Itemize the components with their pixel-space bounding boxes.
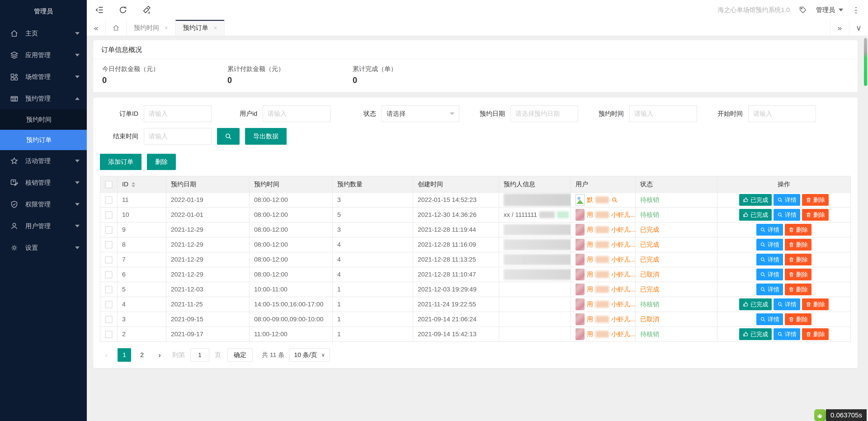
orders-card: 订单ID 用户id 状态 请选择 预约日期 预约时间: [93, 98, 858, 368]
goto-page-input[interactable]: [190, 348, 209, 362]
detail-button[interactable]: 详情: [774, 298, 800, 310]
page-1-button[interactable]: 1: [118, 348, 131, 362]
complete-button[interactable]: 已完成: [739, 194, 772, 206]
clear-cache-brush-icon[interactable]: [142, 5, 151, 14]
avatar: [576, 328, 585, 340]
sidebar-item-booking-time[interactable]: 预约时间: [0, 110, 87, 130]
chevron-down-icon: [75, 246, 80, 249]
goto-confirm-button[interactable]: 确定: [227, 348, 253, 362]
row-checkbox[interactable]: [105, 316, 112, 323]
close-icon[interactable]: ×: [214, 24, 217, 31]
end-time-input[interactable]: [144, 128, 212, 145]
table-toolbar: 添加订单 删除: [100, 154, 851, 170]
search-button[interactable]: [217, 128, 240, 145]
chevron-down-icon: [75, 76, 80, 78]
sidebar-item-users[interactable]: 用户管理: [0, 215, 87, 237]
select-all-checkbox[interactable]: [105, 181, 112, 188]
order-id-input[interactable]: [144, 106, 212, 122]
scrollbar-thumb[interactable]: [864, 38, 867, 86]
home-tab[interactable]: [106, 20, 127, 36]
remove-button[interactable]: 删除: [785, 283, 811, 295]
row-checkbox[interactable]: [105, 226, 112, 234]
next-page-button[interactable]: ›: [153, 348, 166, 362]
remove-button[interactable]: 删除: [802, 194, 829, 206]
status-select[interactable]: 请选择: [381, 106, 459, 122]
remove-button[interactable]: 删除: [802, 209, 829, 221]
col-id[interactable]: ID: [117, 176, 166, 192]
sidebar-item-label: 权限管理: [25, 200, 75, 209]
tabs-scroll-right[interactable]: »: [830, 20, 849, 36]
sidebar-item-label: 主页: [25, 29, 75, 38]
complete-button[interactable]: 已完成: [739, 209, 772, 221]
detail-button[interactable]: 详情: [756, 313, 783, 325]
zoom-icon[interactable]: [611, 197, 618, 203]
system-name: 海之心单场馆预约系统1.0: [718, 6, 790, 14]
detail-button[interactable]: 详情: [774, 194, 800, 206]
row-checkbox[interactable]: [105, 301, 112, 308]
row-checkbox[interactable]: [105, 241, 112, 248]
more-menu-icon[interactable]: ⋮: [852, 6, 860, 14]
add-order-button[interactable]: 添加订单: [100, 154, 142, 170]
detail-button[interactable]: 详情: [756, 283, 783, 295]
collapse-sidebar-icon[interactable]: [95, 5, 104, 14]
remove-button[interactable]: 删除: [802, 328, 829, 340]
sidebar-item-booking-orders[interactable]: 预约订单: [0, 130, 87, 150]
avatar: [576, 283, 585, 295]
sidebar-item-permissions[interactable]: 权限管理: [0, 193, 87, 215]
start-time-input[interactable]: [748, 106, 816, 122]
user-menu[interactable]: 管理员: [816, 6, 843, 14]
export-button[interactable]: 导出数据: [245, 128, 287, 145]
user-id-input[interactable]: [263, 106, 331, 122]
per-page-select[interactable]: 10 条/页 ∨: [289, 348, 330, 362]
sidebar-item-verification[interactable]: 核销管理: [0, 172, 87, 193]
sidebar-item-activities[interactable]: 活动管理: [0, 150, 87, 172]
user-icon: [10, 222, 19, 231]
remove-button[interactable]: 删除: [802, 298, 829, 310]
delete-button[interactable]: 删除: [147, 154, 176, 170]
close-icon[interactable]: ×: [164, 24, 168, 31]
detail-button[interactable]: 详情: [774, 328, 800, 340]
detail-button[interactable]: 详情: [756, 224, 783, 236]
tabs-scroll-left[interactable]: «: [87, 20, 106, 36]
detail-button[interactable]: 详情: [756, 254, 783, 266]
note-pen-icon: [10, 178, 19, 187]
book-time-input[interactable]: [629, 106, 697, 122]
remove-button[interactable]: 删除: [785, 269, 811, 280]
remove-button[interactable]: 删除: [785, 239, 811, 250]
remove-button[interactable]: 删除: [785, 224, 811, 236]
refresh-icon[interactable]: [119, 5, 127, 14]
trash-icon: [788, 272, 794, 277]
row-checkbox[interactable]: [105, 331, 112, 338]
filter-label: 订单ID: [100, 110, 138, 118]
prev-page-button[interactable]: ‹: [100, 348, 114, 362]
tag-icon[interactable]: [799, 6, 807, 14]
censored-text: [539, 211, 555, 218]
sidebar-item-bookings[interactable]: 预约管理: [0, 88, 87, 110]
sidebar-item-apps[interactable]: 应用管理: [0, 44, 87, 66]
trash-icon: [806, 301, 811, 307]
page-2-button[interactable]: 2: [135, 348, 149, 362]
detail-button[interactable]: 详情: [774, 209, 800, 221]
row-checkbox[interactable]: [105, 271, 112, 278]
sidebar-item-settings[interactable]: 设置: [0, 237, 87, 259]
remove-button[interactable]: 删除: [785, 313, 811, 325]
row-checkbox[interactable]: [105, 286, 112, 293]
chevron-down-icon: [75, 225, 80, 228]
detail-button[interactable]: 详情: [756, 239, 783, 250]
complete-button[interactable]: 已完成: [739, 328, 772, 340]
complete-button[interactable]: 已完成: [739, 298, 772, 310]
row-checkbox[interactable]: [105, 211, 112, 219]
remove-button[interactable]: 删除: [785, 254, 811, 266]
tab-booking-orders[interactable]: 预约订单 ×: [176, 20, 225, 36]
row-checkbox[interactable]: [105, 197, 112, 204]
sidebar-item-home[interactable]: 主页: [0, 23, 87, 44]
sort-icon[interactable]: [131, 182, 135, 187]
censored-text: [595, 197, 609, 203]
detail-button[interactable]: 详情: [756, 269, 783, 280]
book-date-input[interactable]: [510, 106, 578, 122]
tab-booking-time[interactable]: 预约时间 ×: [127, 20, 176, 36]
filter-end-time: 结束时间: [100, 128, 212, 145]
sidebar-item-venues[interactable]: 场馆管理: [0, 66, 87, 88]
tabs-dropdown[interactable]: ∨: [849, 20, 868, 36]
row-checkbox[interactable]: [105, 256, 112, 263]
